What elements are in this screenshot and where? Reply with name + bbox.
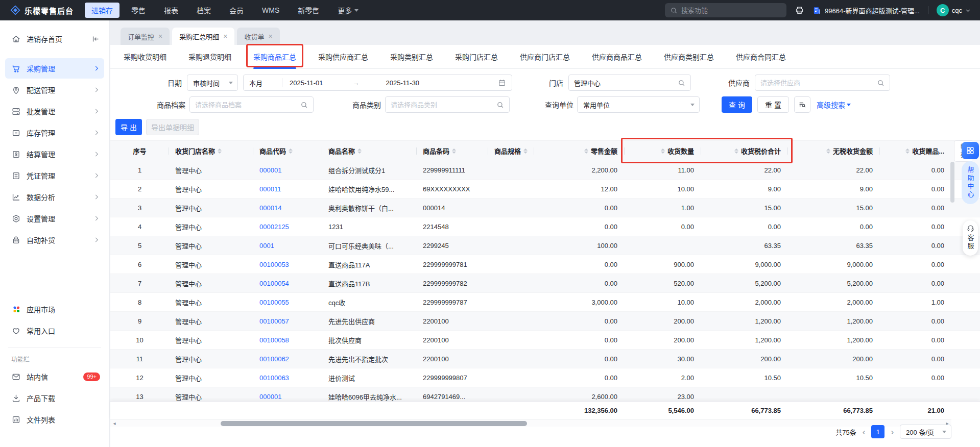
table-row[interactable]: 13 管理中心 000001 娃哈哈6096甲去纯净水... 694279146…	[110, 387, 980, 401]
global-search[interactable]	[665, 3, 786, 17]
supplier-input[interactable]	[760, 79, 873, 87]
next-page-icon[interactable]: ›	[890, 428, 895, 436]
user-menu[interactable]: C cqc	[937, 4, 971, 16]
sort-icon[interactable]	[661, 148, 665, 154]
window-tab-purchase-summary-detail[interactable]: 采购汇总明细 ×	[172, 28, 234, 45]
help-center-label[interactable]: 帮助中心	[962, 161, 979, 204]
product-field[interactable]	[189, 96, 314, 113]
subtab-purchase-receipt-detail[interactable]: 采购收货明细	[124, 45, 166, 69]
sort-icon[interactable]	[584, 148, 588, 154]
period-select[interactable]: 本月	[249, 78, 282, 88]
vertical-scrollbar[interactable]	[950, 162, 954, 264]
sort-icon[interactable]	[523, 148, 528, 154]
window-tab-receipt-note[interactable]: 收货单 ×	[237, 28, 279, 45]
top-menu-item-wms[interactable]: WMS	[255, 4, 286, 17]
sidebar-item-settings[interactable]: 设置管理	[5, 208, 104, 229]
column-header[interactable]: 商品规格	[488, 141, 534, 161]
product-code-link[interactable]: 00100058	[259, 336, 289, 344]
table-row[interactable]: 10 管理中心 00100058 批次供应商 2200100 0.00 200.…	[110, 331, 980, 350]
scrollbar-thumb[interactable]	[221, 421, 527, 426]
help-icon[interactable]	[962, 142, 979, 159]
org-switcher[interactable]: 99664-新界面商超版测试-管理...	[812, 6, 920, 15]
sidebar-item-replenish[interactable]: 自动补货	[5, 230, 104, 250]
close-tab-icon[interactable]: ×	[158, 32, 162, 40]
close-tab-icon[interactable]: ×	[268, 32, 272, 40]
sort-icon[interactable]	[289, 148, 293, 154]
table-row[interactable]: 1 管理中心 000001 组合拆分测试成分1 229999911111 2,2…	[110, 161, 980, 180]
date-type-select[interactable]: 审核时间	[187, 74, 238, 91]
top-menu-item-member[interactable]: 会员	[223, 3, 250, 18]
date-range-picker[interactable]: 本月 2025-11-01 → 2025-11-30	[243, 74, 512, 91]
product-code-link[interactable]: 0001	[259, 242, 274, 250]
top-menu-item-report[interactable]: 报表	[157, 3, 185, 18]
window-tab-order-monitor[interactable]: 订单监控 ×	[121, 28, 170, 45]
column-header[interactable]: 商品名称	[322, 141, 417, 161]
subtab-supplier-contract-summary[interactable]: 供应商合同汇总	[736, 45, 786, 69]
page-size-select[interactable]: 200 条/页	[900, 425, 951, 439]
column-header[interactable]: 收货门店名称	[169, 141, 253, 161]
prev-page-icon[interactable]: ‹	[862, 428, 867, 436]
sort-icon[interactable]	[734, 148, 738, 154]
table-row[interactable]: 12 管理中心 00100063 进价测试 229999999807 0.00 …	[110, 368, 980, 387]
subtab-supplier-category-summary[interactable]: 供应商类别汇总	[664, 45, 714, 69]
top-menu-item-more[interactable]: 更多	[331, 3, 365, 18]
table-row[interactable]: 8 管理中心 00100055 cqc收 229999999787 3,000.…	[110, 293, 980, 312]
top-menu-item-archive[interactable]: 档案	[190, 3, 218, 18]
product-code-link[interactable]: 00100053	[259, 261, 289, 268]
collapse-sidebar-icon[interactable]	[91, 35, 100, 43]
store-field[interactable]	[568, 74, 691, 91]
sort-icon[interactable]	[218, 148, 222, 154]
product-code-link[interactable]: 00002125	[259, 223, 289, 231]
sidebar-item-voucher[interactable]: 凭证管理	[5, 165, 104, 186]
column-header[interactable]: 收货税价合计	[701, 141, 788, 161]
top-menu-item-retail[interactable]: 零售	[125, 3, 152, 18]
table-row[interactable]: 4 管理中心 00002125 1231 2214548 0.00 0.00 0…	[110, 217, 980, 236]
sidebar-item-wholesale[interactable]: 批发管理	[5, 101, 104, 121]
sidebar-item-favorites[interactable]: 常用入口	[5, 320, 104, 341]
printer-icon[interactable]	[795, 6, 804, 15]
subtab-purchase-category-summary[interactable]: 采购类别汇总	[390, 45, 433, 69]
start-date[interactable]: 2025-11-01	[290, 79, 323, 87]
export-detail-button[interactable]: 导出单据明细	[146, 119, 199, 135]
close-tab-icon[interactable]: ×	[223, 32, 227, 40]
filter-settings-button[interactable]	[794, 96, 810, 113]
table-row[interactable]: 2 管理中心 000011 娃哈哈饮用纯净水59... 69XXXXXXXXX …	[110, 180, 980, 198]
global-search-input[interactable]	[681, 7, 768, 14]
column-header[interactable]: 商品条码	[417, 141, 488, 161]
top-menu-item-new-retail[interactable]: 新零售	[291, 3, 326, 18]
table-row[interactable]: 7 管理中心 00100054 直送商品117B 229999999782 0.…	[110, 274, 980, 293]
sort-icon[interactable]	[357, 148, 362, 154]
product-code-link[interactable]: 00100063	[259, 374, 289, 382]
subtab-supplier-store-summary[interactable]: 供应商门店汇总	[520, 45, 570, 69]
product-code-link[interactable]: 000001	[259, 166, 281, 174]
table-row[interactable]: 11 管理中心 00100062 先进先出不指定批次 2200100 0.00 …	[110, 350, 980, 368]
sidebar-item-files[interactable]: 文件列表	[5, 409, 104, 430]
advanced-search-link[interactable]: 高级搜索	[817, 100, 851, 110]
reset-button[interactable]: 重 置	[757, 96, 789, 113]
column-header[interactable]: 收货数量	[625, 141, 701, 161]
sort-icon[interactable]	[826, 148, 830, 154]
subtab-purchase-store-summary[interactable]: 采购门店汇总	[455, 45, 498, 69]
unit-select[interactable]: 常用单位	[577, 96, 700, 113]
sort-icon[interactable]	[452, 148, 456, 154]
help-center-widget[interactable]: 帮助中心	[962, 142, 979, 204]
sidebar-item-app-market[interactable]: 应用市场	[5, 299, 104, 319]
horizontal-scrollbar[interactable]: ◂ ▸	[110, 419, 951, 427]
column-header[interactable]: 序号	[110, 141, 169, 161]
sidebar-item-inventory[interactable]: 库存管理	[5, 122, 104, 143]
product-code-link[interactable]: 000011	[259, 185, 281, 193]
scroll-left-icon[interactable]: ◂	[110, 420, 118, 427]
table-row[interactable]: 6 管理中心 00100053 直送商品117A 229999999781 0.…	[110, 255, 980, 274]
column-header[interactable]: 收货赠品...	[880, 141, 951, 161]
product-code-link[interactable]: 00100054	[259, 280, 289, 287]
scrollbar-track[interactable]	[118, 420, 943, 427]
product-input[interactable]	[195, 101, 296, 109]
table-row[interactable]: 9 管理中心 00100057 先进先出供应商 2200100 0.00 200…	[110, 312, 980, 331]
sidebar-item-jxc-home[interactable]: 进销存首页	[5, 29, 104, 49]
sidebar-item-analytics[interactable]: 数据分析	[5, 187, 104, 207]
app-logo[interactable]: 乐檬零售后台	[0, 5, 85, 16]
product-code-link[interactable]: 000001	[259, 393, 281, 401]
sidebar-item-settlement[interactable]: 结算管理	[5, 144, 104, 164]
export-button[interactable]: 导 出	[115, 119, 142, 135]
supplier-field[interactable]	[755, 74, 890, 91]
